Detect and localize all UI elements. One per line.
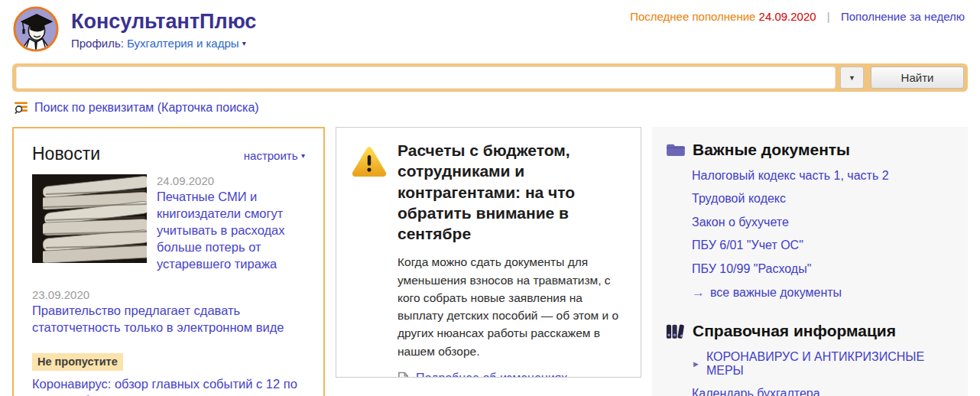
card-search-icon — [14, 100, 28, 115]
profile-label: Профиль: — [71, 37, 124, 50]
weekly-update-link[interactable]: Пополнение за неделю — [841, 10, 965, 23]
consultantplus-logo-icon[interactable] — [12, 5, 60, 53]
news-item-body: 24.09.2020 Печатные СМИ и книгоиздатели … — [157, 174, 305, 273]
arrow-right-icon: → — [692, 285, 705, 300]
brand-text-block: КонсультантПлюс Профиль: Бухгалтерия и к… — [71, 5, 256, 53]
doc-link-pbu-10-99[interactable]: ПБУ 10/99 "Расходы" — [692, 262, 956, 276]
requisites-row: Поиск по реквизитам (Карточка поиска) — [14, 100, 968, 115]
review-more-link[interactable]: Подробнее об изменениях — [416, 372, 567, 378]
doc-link-accounting-law[interactable]: Закон о бухучете — [692, 216, 956, 229]
newspapers-photo — [32, 174, 147, 263]
review-more-row: Подробнее об изменениях — [398, 372, 625, 378]
news-panel-title: Новости — [32, 144, 100, 164]
brand-area: КонсультантПлюс Профиль: Бухгалтерия и к… — [12, 5, 256, 53]
configure-link[interactable]: настроить — [244, 149, 298, 162]
news-headline-link[interactable]: Печатные СМИ и книгоиздатели смогут учит… — [157, 189, 305, 273]
news-headline-link[interactable]: Правительство предлагает сдавать статотч… — [32, 303, 305, 336]
header-divider: | — [827, 10, 830, 23]
doc-link-pbu-6-01[interactable]: ПБУ 6/01 "Учет ОС" — [692, 239, 956, 252]
dont-miss-badge: Не пропустите — [32, 353, 123, 371]
search-input[interactable] — [16, 67, 836, 89]
requisites-search-link[interactable]: Поиск по реквизитам (Карточка поиска) — [34, 101, 259, 115]
accountant-calendar-link[interactable]: Календарь бухгалтера — [692, 387, 956, 396]
coronavirus-measures-label: КОРОНАВИРУС И АНТИКРИЗИСНЫЕ МЕРЫ — [706, 350, 956, 378]
doc-link-tax-code[interactable]: Налоговый кодекс часть 1, часть 2 — [692, 169, 956, 183]
monthly-review-panel: Расчеты с бюджетом, сотрудниками и контр… — [336, 127, 641, 378]
news-header: Новости настроить ▾ — [32, 144, 305, 164]
main-content: Новости настроить ▾ — [12, 127, 968, 396]
news-panel: Новости настроить ▾ — [12, 127, 325, 396]
update-info: Последнее пополнение 24.09.2020 | Пополн… — [630, 5, 965, 23]
last-update-date: 24.09.2020 — [759, 10, 816, 23]
coronavirus-measures-link[interactable]: ► КОРОНАВИРУС И АНТИКРИЗИСНЫЕ МЕРЫ — [692, 350, 956, 378]
find-button[interactable]: Найти — [871, 67, 964, 89]
right-sidebar: Важные документы Налоговый кодекс часть … — [652, 127, 968, 396]
coronavirus-digest-link[interactable]: Коронавирус: обзор главных событий с 12 … — [32, 376, 305, 396]
news-date: 23.09.2020 — [32, 288, 305, 301]
news-date: 24.09.2020 — [157, 174, 305, 187]
review-body: Когда можно сдать документы для уменьшен… — [398, 253, 625, 360]
reference-info-links: ► КОРОНАВИРУС И АНТИКРИЗИСНЫЕ МЕРЫ Кален… — [692, 350, 956, 396]
last-update-link[interactable]: Последнее пополнение — [630, 10, 755, 23]
folder-icon — [666, 143, 685, 157]
important-docs-header: Важные документы — [666, 141, 956, 159]
page-header: КонсультантПлюс Профиль: Бухгалтерия и к… — [0, 0, 980, 53]
review-header: Расчеты с бюджетом, сотрудниками и контр… — [352, 140, 625, 244]
chevron-down-icon: ▼ — [849, 74, 855, 82]
profile-selector[interactable]: Бухгалтерия и кадры — [127, 37, 239, 50]
binders-icon — [666, 323, 685, 339]
doc-link-labor-code[interactable]: Трудовой кодекс — [692, 192, 956, 206]
all-docs-label: все важные документы — [710, 286, 842, 300]
reference-info-title: Справочная информация — [693, 322, 896, 340]
chevron-down-icon[interactable]: ▾ — [242, 39, 246, 47]
important-docs-links: Налоговый кодекс часть 1, часть 2 Трудов… — [692, 169, 956, 301]
arrow-marker-icon: ► — [692, 359, 700, 368]
reference-info-header: Справочная информация — [666, 322, 956, 340]
search-dropdown-button[interactable]: ▼ — [840, 67, 864, 89]
all-important-docs-link[interactable]: → все важные документы — [692, 285, 956, 300]
brand-title: КонсультантПлюс — [71, 11, 256, 34]
review-title: Расчеты с бюджетом, сотрудниками и контр… — [398, 140, 625, 244]
profile-row: Профиль: Бухгалтерия и кадры ▾ — [71, 37, 256, 50]
document-page-icon — [398, 372, 409, 378]
news-item: 24.09.2020 Печатные СМИ и книгоиздатели … — [32, 174, 305, 273]
news-configure[interactable]: настроить ▾ — [244, 149, 305, 163]
search-bar: ▼ Найти — [12, 63, 968, 92]
chevron-down-icon: ▾ — [301, 151, 305, 160]
warning-triangle-icon — [352, 140, 387, 244]
important-docs-title: Важные документы — [693, 141, 850, 159]
news-item: 23.09.2020 Правительство предлагает сдав… — [32, 288, 305, 336]
